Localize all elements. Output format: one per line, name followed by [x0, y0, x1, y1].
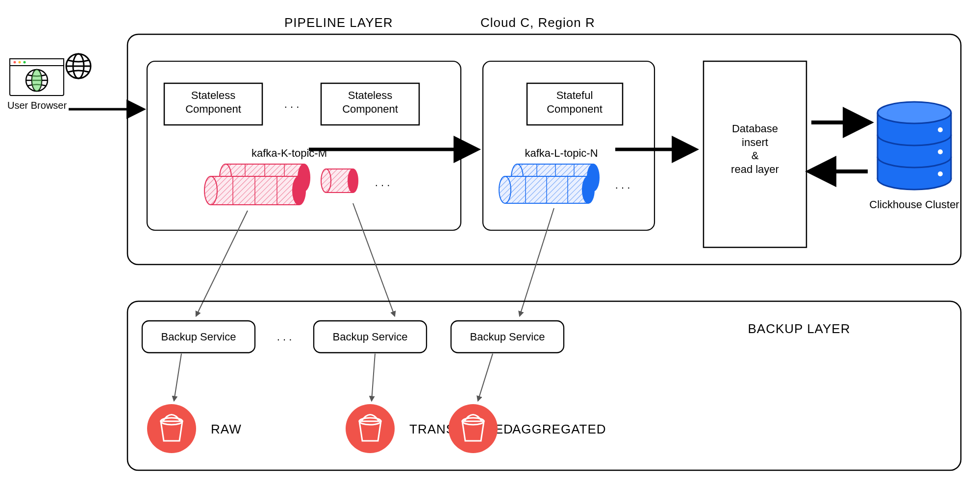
kafka-m-ellipsis: . . . [375, 176, 390, 189]
stateless-component-label-1: StatelessComponent [185, 89, 241, 115]
db-layer-label: Databaseinsert&read layer [731, 122, 779, 175]
bucket-aggregated-label: AGGREGATED [512, 422, 606, 436]
kafka-n-label: kafka-L-topic-N [525, 147, 598, 159]
backup-ellipsis: . . . [277, 331, 292, 343]
arrow-kafka-m-to-backup-1 [196, 211, 248, 316]
svg-point-25 [204, 176, 217, 205]
kafka-m-cylinders [204, 164, 358, 205]
bucket-aggregated [449, 404, 498, 453]
svg-point-8 [19, 61, 21, 64]
bucket-raw [147, 404, 196, 453]
backup-service-3: Backup Service [451, 321, 564, 353]
svg-point-52 [938, 127, 943, 132]
svg-point-49 [878, 102, 951, 123]
user-browser-group [10, 54, 91, 96]
kafka-n-cylinders [499, 164, 599, 203]
stateless-ellipsis: . . . [284, 98, 300, 110]
clickhouse-cylinder-icon [878, 102, 951, 190]
globe-icon [26, 70, 48, 91]
svg-rect-17 [147, 61, 461, 230]
region-title: Cloud C, Region R [480, 15, 595, 30]
stateful-group: StatefulComponent kafka-L-topic-N [483, 61, 654, 230]
arrow-backup-1-to-bucket-raw [174, 354, 181, 401]
svg-point-53 [938, 149, 943, 154]
svg-rect-6 [10, 59, 64, 66]
backup-service-2: Backup Service [314, 321, 427, 353]
svg-point-63 [449, 404, 498, 453]
stateful-component-label: StatefulComponent [547, 89, 603, 115]
svg-point-61 [346, 404, 395, 453]
clickhouse-label: Clickhouse Cluster [869, 198, 959, 211]
backup-service-3-label: Backup Service [470, 331, 545, 343]
svg-point-31 [321, 169, 331, 193]
svg-point-54 [938, 171, 943, 176]
pipeline-layer-title: PIPELINE LAYER [284, 15, 393, 30]
db-layer-box: Databaseinsert&read layer [704, 61, 806, 247]
network-globe-icon [66, 54, 91, 78]
backup-service-1-label: Backup Service [161, 331, 236, 343]
svg-point-32 [348, 169, 358, 193]
svg-point-7 [14, 61, 16, 64]
svg-point-26 [293, 176, 305, 205]
arrow-backup-3-to-bucket-aggregated [478, 354, 493, 401]
backup-layer-title: BACKUP LAYER [748, 321, 850, 336]
bucket-raw-label: RAW [211, 422, 242, 436]
svg-rect-33 [483, 61, 654, 230]
arrow-backup-2-to-bucket-transformed [372, 354, 375, 401]
kafka-n-ellipsis: . . . [615, 179, 630, 191]
svg-point-59 [147, 404, 196, 453]
backup-service-2-label: Backup Service [333, 331, 408, 343]
stateless-component-label-2: StatelessComponent [342, 89, 398, 115]
svg-point-41 [499, 176, 511, 203]
stateless-group: StatelessComponent . . . StatelessCompon… [147, 61, 461, 230]
svg-point-13 [32, 70, 42, 91]
svg-point-42 [582, 176, 594, 203]
arrow-kafka-m-to-backup-2 [353, 203, 395, 316]
user-browser-label: User Browser [7, 100, 67, 111]
arrow-kafka-n-to-backup-3 [520, 208, 554, 316]
backup-service-1: Backup Service [142, 321, 255, 353]
bucket-transformed [346, 404, 395, 453]
svg-point-9 [24, 61, 26, 64]
